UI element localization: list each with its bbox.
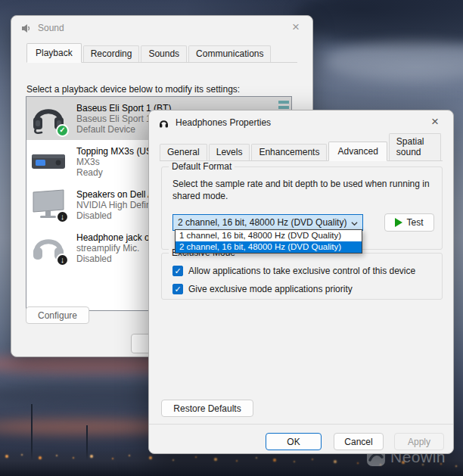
checkbox-label: Give exclusive mode applications priorit… xyxy=(188,284,353,294)
disabled-down-icon: ↓ xyxy=(56,210,69,223)
sound-titlebar: Sound × xyxy=(11,16,312,40)
tab-advanced[interactable]: Advanced xyxy=(328,142,387,161)
sample-rate-combobox[interactable]: 2 channel, 16 bit, 48000 Hz (DVD Quality… xyxy=(172,214,363,231)
sample-rate-dropdown-list: 1 channel, 16 bit, 48000 Hz (DVD Quality… xyxy=(175,229,362,254)
exclusive-mode-group: Exclusive Mode ✓ Allow applications to t… xyxy=(161,253,443,300)
dac-icon xyxy=(30,145,70,179)
tab-levels[interactable]: Levels xyxy=(209,144,250,160)
checkbox-checked-icon[interactable]: ✓ xyxy=(172,266,183,276)
tab-recording[interactable]: Recording xyxy=(83,45,140,62)
exclusive-control-checkbox-row[interactable]: ✓ Allow applications to take exclusive c… xyxy=(172,266,415,276)
group-title: Default Format xyxy=(169,161,235,172)
device-detail: NVIDIA High Defin xyxy=(76,200,154,210)
playback-instruction: Select a playback device below to modify… xyxy=(26,84,240,95)
window-title: Sound xyxy=(38,23,64,33)
city-lights xyxy=(0,448,2,450)
tab-spatial-sound[interactable]: Spatial sound xyxy=(389,133,441,160)
sound-tabstrip: Playback Recording Sounds Communications xyxy=(26,43,297,63)
device-status: Ready xyxy=(76,167,152,178)
checkbox-checked-icon[interactable]: ✓ xyxy=(172,284,183,294)
footer-divider xyxy=(149,424,453,425)
cloud xyxy=(295,0,463,47)
close-icon[interactable]: × xyxy=(288,20,303,36)
chevron-down-icon xyxy=(351,220,358,227)
device-status: Disabled xyxy=(76,254,150,264)
dropdown-option-1[interactable]: 1 channel, 16 bit, 48000 Hz (DVD Quality… xyxy=(176,230,362,241)
ok-button[interactable]: OK xyxy=(266,433,322,450)
monitor-icon: ↓ xyxy=(30,188,70,222)
headphones-icon: ↓ xyxy=(30,231,70,266)
cloud xyxy=(325,42,463,81)
cancel-button[interactable]: Cancel xyxy=(334,433,384,450)
test-button[interactable]: Test xyxy=(384,213,434,232)
tab-general[interactable]: General xyxy=(160,144,207,160)
tab-communications[interactable]: Communications xyxy=(188,45,271,62)
device-name: Headphone jack o xyxy=(76,232,150,243)
headphones-properties-window: Headphones Properties × General Levels E… xyxy=(148,110,454,454)
default-device-check-icon: ✓ xyxy=(56,124,69,137)
close-icon[interactable]: × xyxy=(427,115,443,130)
tab-sounds[interactable]: Sounds xyxy=(141,45,187,62)
play-icon xyxy=(395,218,402,227)
priority-checkbox-row[interactable]: ✓ Give exclusive mode applications prior… xyxy=(172,284,353,294)
device-status: Disabled xyxy=(76,210,154,221)
properties-titlebar: Headphones Properties × xyxy=(149,110,453,135)
speaker-icon xyxy=(20,23,32,34)
apply-button: Apply xyxy=(394,433,444,450)
device-name: Topping MX3s (US xyxy=(76,146,152,157)
properties-tabstrip: General Levels Enhancements Advanced Spa… xyxy=(160,141,443,161)
window-title: Headphones Properties xyxy=(176,117,271,128)
device-detail: MX3s xyxy=(76,157,152,167)
dropdown-option-2[interactable]: 2 channel, 16 bit, 48000 Hz (DVD Quality… xyxy=(176,241,362,253)
desktop: Neowin Sound × Playback Recording Sounds… xyxy=(0,0,463,476)
disabled-down-icon: ↓ xyxy=(56,254,69,266)
headset-icon: ✓ xyxy=(30,101,70,136)
tab-enhancements[interactable]: Enhancements xyxy=(251,144,327,160)
restore-defaults-button[interactable]: Restore Defaults xyxy=(161,400,253,417)
tab-playback[interactable]: Playback xyxy=(26,43,82,63)
device-detail: streamplify Mic. xyxy=(76,243,150,254)
configure-button[interactable]: Configure xyxy=(26,306,89,324)
checkbox-label: Allow applications to take exclusive con… xyxy=(188,266,415,276)
headphones-icon xyxy=(158,117,169,129)
combobox-value: 2 channel, 16 bit, 48000 Hz (DVD Quality… xyxy=(178,217,346,228)
default-format-description: Select the sample rate and bit depth to … xyxy=(172,178,439,202)
device-name: Speakers on Dell A xyxy=(76,189,154,200)
